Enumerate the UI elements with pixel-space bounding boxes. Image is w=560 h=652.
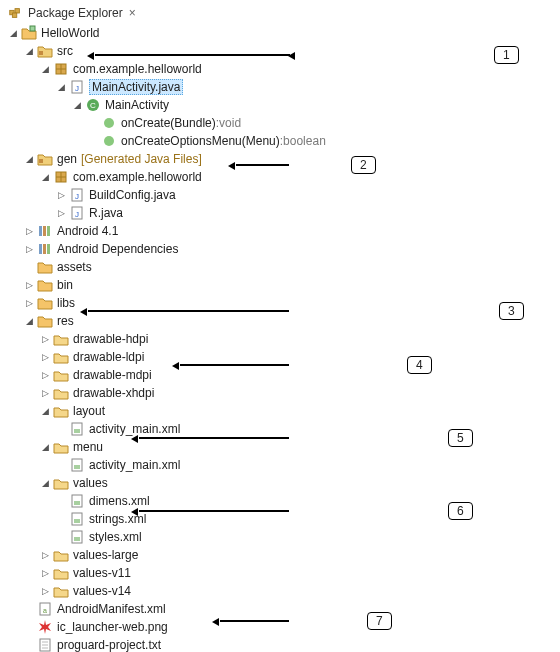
xml-file[interactable]: ▸ styles.xml — [56, 528, 552, 546]
folder-open-icon — [53, 565, 69, 581]
project-node[interactable]: ◢ HelloWorld — [8, 24, 552, 42]
class-node[interactable]: ◢ C MainActivity — [72, 96, 552, 114]
node-label: gen — [57, 152, 77, 166]
package-node[interactable]: ◢ com.example.helloworld — [40, 60, 552, 78]
twisty-icon[interactable]: ◢ — [24, 154, 35, 165]
folder-open-icon — [53, 331, 69, 347]
folder-open-icon — [53, 349, 69, 365]
twisty-icon[interactable]: ▷ — [56, 208, 67, 219]
image-file-launcher[interactable]: ▸ ic_launcher-web.png — [24, 618, 552, 636]
java-file-buildconfig[interactable]: ▷ J BuildConfig.java — [56, 186, 552, 204]
folder-libs[interactable]: ▷ libs — [24, 294, 552, 312]
twisty-icon[interactable]: ▷ — [40, 586, 51, 597]
svg-rect-22 — [39, 226, 42, 236]
xml-file[interactable]: ▸ activity_main.xml — [56, 456, 552, 474]
svg-rect-35 — [74, 519, 80, 523]
xml-file-icon — [69, 421, 85, 437]
folder-values-v14[interactable]: ▷ values-v14 — [40, 582, 552, 600]
node-label: drawable-hdpi — [73, 332, 148, 346]
package-icon — [53, 61, 69, 77]
twisty-icon[interactable]: ◢ — [24, 316, 35, 327]
twisty-icon[interactable]: ▷ — [24, 298, 35, 309]
java-file-mainactivity[interactable]: ◢ J MainActivity.java — [56, 78, 552, 96]
folder-icon — [37, 313, 53, 329]
twisty-icon[interactable]: ▷ — [40, 352, 51, 363]
twisty-icon[interactable]: ▷ — [24, 244, 35, 255]
svg-rect-25 — [39, 244, 42, 254]
twisty-icon[interactable]: ▷ — [40, 388, 51, 399]
node-label: Android Dependencies — [57, 242, 178, 256]
svg-rect-31 — [74, 465, 80, 469]
method-oncreate[interactable]: ▸ onCreate(Bundle) : void — [88, 114, 552, 132]
twisty-icon[interactable]: ▷ — [24, 280, 35, 291]
folder-drawable-xhdpi[interactable]: ▷ drawable-xhdpi — [40, 384, 552, 402]
asterisk-icon — [37, 619, 53, 635]
twisty-icon[interactable]: ◢ — [72, 100, 83, 111]
xml-file[interactable]: ▸ activity_main.xml — [56, 420, 552, 438]
java-file-r[interactable]: ▷ J R.java — [56, 204, 552, 222]
folder-res[interactable]: ◢ res — [24, 312, 552, 330]
folder-assets[interactable]: ▸ assets — [24, 258, 552, 276]
node-label: Android 4.1 — [57, 224, 118, 238]
svg-text:J: J — [75, 84, 79, 93]
project-icon — [21, 25, 37, 41]
node-label: values-v14 — [73, 584, 131, 598]
twisty-icon[interactable]: ◢ — [40, 442, 51, 453]
method-oncreateoptionsmenu[interactable]: ▸ onCreateOptionsMenu(Menu) : boolean — [88, 132, 552, 150]
node-label: AndroidManifest.xml — [57, 602, 166, 616]
folder-drawable-mdpi[interactable]: ▷ drawable-mdpi — [40, 366, 552, 384]
folder-layout[interactable]: ◢ layout — [40, 402, 552, 420]
svg-text:J: J — [75, 192, 79, 201]
folder-values-v11[interactable]: ▷ values-v11 — [40, 564, 552, 582]
folder-menu[interactable]: ◢ menu — [40, 438, 552, 456]
source-folder-src[interactable]: ◢ src — [24, 42, 552, 60]
node-label: bin — [57, 278, 73, 292]
source-folder-icon — [37, 43, 53, 59]
twisty-icon[interactable]: ◢ — [56, 82, 67, 93]
node-label: com.example.helloworld — [73, 170, 202, 184]
text-file-proguard[interactable]: ▸ proguard-project.txt — [24, 636, 552, 652]
svg-rect-37 — [74, 537, 80, 541]
svg-rect-14 — [39, 159, 43, 163]
svg-rect-24 — [47, 226, 50, 236]
folder-values-large[interactable]: ▷ values-large — [40, 546, 552, 564]
close-icon[interactable]: × — [129, 6, 136, 20]
twisty-icon[interactable]: ▷ — [56, 190, 67, 201]
twisty-icon[interactable]: ◢ — [40, 172, 51, 183]
node-label: layout — [73, 404, 105, 418]
twisty-icon[interactable]: ▷ — [40, 550, 51, 561]
twisty-icon[interactable]: ▷ — [40, 370, 51, 381]
source-folder-gen[interactable]: ◢ gen [Generated Java Files] — [24, 150, 552, 168]
xml-file[interactable]: ▸ strings.xml — [56, 510, 552, 528]
xml-file-manifest[interactable]: ▸ a AndroidManifest.xml — [24, 600, 552, 618]
folder-values[interactable]: ◢ values — [40, 474, 552, 492]
node-label: drawable-mdpi — [73, 368, 152, 382]
java-file-icon: J — [69, 205, 85, 221]
svg-point-13 — [104, 136, 114, 146]
svg-point-12 — [104, 118, 114, 128]
package-explorer-icon — [8, 6, 22, 20]
svg-text:J: J — [75, 210, 79, 219]
twisty-icon[interactable]: ◢ — [40, 478, 51, 489]
twisty-icon[interactable]: ◢ — [40, 406, 51, 417]
node-label: com.example.helloworld — [73, 62, 202, 76]
twisty-icon[interactable]: ▷ — [24, 226, 35, 237]
package-node[interactable]: ◢ com.example.helloworld — [40, 168, 552, 186]
twisty-icon[interactable]: ▷ — [40, 568, 51, 579]
twisty-icon[interactable]: ◢ — [24, 46, 35, 57]
library-android[interactable]: ▷ Android 4.1 — [24, 222, 552, 240]
text-file-icon — [37, 637, 53, 652]
twisty-icon[interactable]: ◢ — [40, 64, 51, 75]
folder-drawable-hdpi[interactable]: ▷ drawable-hdpi — [40, 330, 552, 348]
folder-bin[interactable]: ▷ bin — [24, 276, 552, 294]
library-dependencies[interactable]: ▷ Android Dependencies — [24, 240, 552, 258]
node-label: activity_main.xml — [89, 422, 180, 436]
svg-text:C: C — [90, 101, 96, 110]
class-icon: C — [85, 97, 101, 113]
twisty-icon[interactable]: ◢ — [8, 28, 19, 39]
twisty-icon[interactable]: ▷ — [40, 334, 51, 345]
folder-drawable-ldpi[interactable]: ▷ drawable-ldpi — [40, 348, 552, 366]
xml-file[interactable]: ▸ dimens.xml — [56, 492, 552, 510]
view-title: Package Explorer — [28, 6, 123, 20]
folder-icon — [37, 259, 53, 275]
